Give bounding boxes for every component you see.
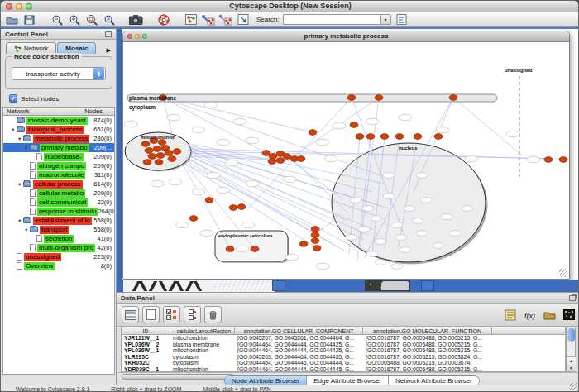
tree-row-label[interactable]: transport <box>40 226 69 234</box>
column-header[interactable]: annotation.GO CELLULAR_COMPONENT <box>235 327 363 334</box>
gene-node[interactable] <box>416 231 428 237</box>
scrollbar-thumb[interactable] <box>567 328 575 342</box>
tree-row[interactable]: ▼primary metabo209(... <box>3 143 114 152</box>
table-row[interactable]: YDR039C__1mitochondrion[GO:0044464, GO:0… <box>122 366 565 373</box>
tree-row-label[interactable]: mosaic-demo-yeast <box>26 117 88 125</box>
selected-gene-node[interactable] <box>276 158 285 164</box>
expand-arrow-icon[interactable]: ▼ <box>24 146 30 151</box>
gene-node[interactable] <box>506 131 519 137</box>
tree-row[interactable]: secretion41(0) <box>3 234 114 243</box>
gene-node[interactable] <box>416 173 428 179</box>
tree-row-label[interactable]: cellular process <box>33 180 83 189</box>
network-canvas[interactable]: plasma membrane cytoplasm mitochondrion … <box>124 43 568 278</box>
gene-node[interactable] <box>366 118 379 125</box>
expand-arrow-icon[interactable]: ▼ <box>17 218 23 223</box>
selected-gene-node[interactable] <box>414 134 422 140</box>
gene-node[interactable] <box>233 118 246 125</box>
gene-node[interactable] <box>383 194 395 199</box>
table-header[interactable]: ID_cellularLayoutRegionannotation.GO CEL… <box>121 327 566 335</box>
expand-arrow-icon[interactable]: ▼ <box>24 227 30 232</box>
gene-node[interactable] <box>217 187 230 194</box>
selected-gene-node[interactable] <box>148 154 156 160</box>
tree-row[interactable]: cellular metabo209(0) <box>3 189 114 198</box>
tab-mosaic[interactable]: Mosaic <box>57 42 96 54</box>
gene-node[interactable] <box>412 218 423 224</box>
search-dropdown-icon[interactable]: ▾ <box>380 14 391 25</box>
tree-row-label[interactable]: establishment of lo <box>33 217 92 225</box>
tree-row-label[interactable]: nitrogen compo <box>37 162 86 170</box>
gene-node[interactable] <box>462 206 473 212</box>
title-bar[interactable]: Cytoscape Desktop (New Session) <box>1 1 579 12</box>
zoom-fit-icon[interactable] <box>102 13 116 26</box>
table-row[interactable]: YJR121W__1mitochondrion[GO:0045267, GO:0… <box>122 335 565 342</box>
add-network-icon[interactable] <box>218 13 232 26</box>
search-input[interactable] <box>283 14 380 25</box>
column-header[interactable]: ID <box>122 327 170 334</box>
gene-node[interactable] <box>358 227 370 232</box>
unselect-all-attributes-icon[interactable] <box>184 306 201 323</box>
gene-node[interactable] <box>362 206 374 212</box>
gene-node[interactable] <box>285 254 299 261</box>
expand-arrow-icon[interactable]: ▼ <box>17 136 23 141</box>
gene-node[interactable] <box>151 180 164 187</box>
zoom-out-icon[interactable] <box>50 13 64 26</box>
tree-row-label[interactable]: metabolic process <box>33 135 89 143</box>
save-icon[interactable] <box>22 13 36 26</box>
selected-gene-node[interactable] <box>189 216 198 222</box>
gene-node[interactable] <box>167 114 180 121</box>
float-panel-icon[interactable] <box>569 295 576 301</box>
tree-row[interactable]: cell communicat22(0) <box>3 198 114 207</box>
tree-row-label[interactable]: cell communicat <box>37 198 88 207</box>
table-row[interactable]: YLR295Ccytoplasm[GO:0045263, GO:0044464,… <box>122 354 565 361</box>
tree-row[interactable]: nitrogen compo209(0) <box>3 161 114 170</box>
scrollbar-thumb[interactable] <box>122 374 234 380</box>
selected-gene-node[interactable] <box>165 151 173 156</box>
selected-gene-node[interactable] <box>145 148 153 154</box>
gene-node[interactable] <box>375 239 386 245</box>
gene-node[interactable] <box>465 155 478 162</box>
tree-row-label[interactable]: multi-organism pro <box>37 244 95 252</box>
gene-node[interactable] <box>200 230 213 237</box>
gene-node[interactable] <box>371 216 382 222</box>
tree-row-label[interactable]: response to stimulu <box>37 208 98 216</box>
selected-gene-node[interactable] <box>309 130 317 136</box>
selected-gene-node[interactable] <box>297 156 305 162</box>
open-icon[interactable] <box>5 13 19 26</box>
zoom-region-icon[interactable] <box>84 13 98 26</box>
selected-gene-node[interactable] <box>434 134 443 140</box>
gene-node[interactable] <box>242 222 255 228</box>
tree-row-label[interactable]: macromolecule <box>37 171 85 179</box>
import-attributes-icon[interactable] <box>541 306 558 323</box>
selected-gene-node[interactable] <box>380 134 389 140</box>
selected-gene-node[interactable] <box>311 238 319 244</box>
gene-node[interactable] <box>204 102 218 108</box>
tree-row[interactable]: nucleobase-209(0) <box>3 152 114 161</box>
tree-row-label[interactable]: cellular metabo <box>37 189 85 198</box>
column-header[interactable]: _cellularLayoutRegion <box>170 327 235 334</box>
gene-node[interactable] <box>225 160 238 166</box>
tree-row[interactable]: ▼transport558(0) <box>3 225 114 234</box>
selected-gene-node[interactable] <box>395 134 404 140</box>
attribute-matrix-icon[interactable] <box>560 306 577 323</box>
gene-node[interactable] <box>217 139 230 146</box>
tree-row[interactable]: ▼biological_process651(0) <box>3 125 114 134</box>
selected-gene-node[interactable] <box>283 154 291 160</box>
selected-gene-node[interactable] <box>158 140 166 146</box>
edit-network-icon[interactable] <box>201 13 215 26</box>
import-icon[interactable] <box>236 13 250 26</box>
selected-gene-node[interactable] <box>226 246 234 252</box>
selected-gene-node[interactable] <box>544 157 553 163</box>
gene-node[interactable] <box>283 176 296 183</box>
gene-node[interactable] <box>436 127 449 133</box>
selected-gene-node[interactable] <box>449 95 457 101</box>
selected-gene-node[interactable] <box>299 241 308 247</box>
gene-node[interactable] <box>192 189 205 195</box>
tree-row[interactable]: ▼metabolic process280(0) <box>3 134 114 143</box>
tree-row[interactable]: unassigned223(0) <box>3 252 114 261</box>
gene-node[interactable] <box>383 173 395 179</box>
create-attribute-icon[interactable] <box>142 306 160 323</box>
gene-node[interactable] <box>404 206 415 212</box>
vizmapper-icon[interactable] <box>184 13 198 26</box>
gene-node[interactable] <box>400 247 411 253</box>
table-row[interactable]: YKR052Ccytoplasm[GO:0044464, GO:0044446,… <box>122 360 565 366</box>
